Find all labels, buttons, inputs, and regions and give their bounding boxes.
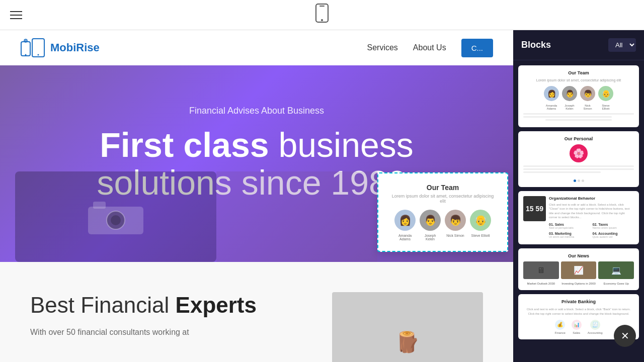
block-team-avatars: 👩 👨 👦 👴 — [523, 86, 634, 101]
block-av-4: 👴 — [598, 86, 613, 101]
block-org-clock: 15 59 — [526, 205, 543, 213]
avatar-1: 👩 — [394, 210, 416, 231]
block-av-2: 👨 — [562, 86, 577, 101]
news-label-2: Investing Options in 2000 — [561, 282, 597, 285]
toolbar — [0, 0, 644, 30]
news-label-3: Economy Goes Up — [598, 282, 634, 285]
member-name-1: Amanda Adams — [394, 234, 416, 241]
news-img-2: 📈 — [561, 261, 597, 279]
news-img-3: 💻 — [598, 261, 634, 279]
block-org-right: Organizational Behavior Click and text t… — [549, 196, 634, 239]
team-names: Amanda Adams Joseph Kelen Nick Simon Ste… — [391, 234, 495, 241]
block-org-behavior[interactable]: 15 59 Organizational Behavior Click and … — [518, 191, 639, 244]
pb-sales-item: 📊 Sales — [572, 320, 582, 334]
svg-rect-3 — [21, 42, 30, 56]
pb-accounting-label: Accounting — [588, 331, 603, 334]
preview-area[interactable]: MobiRise Services About Us C... Financia… — [0, 30, 513, 362]
pb-accounting-item: 🧾 Accounting — [588, 320, 603, 334]
svg-point-6 — [38, 54, 39, 56]
bt-name-2: Joseph Kelen — [562, 104, 577, 110]
nav-cta-button[interactable]: C... — [461, 39, 493, 57]
member-name-4: Steve Elliott — [470, 234, 491, 241]
ob-item-taxes: 02. Taxes Nemo enim ipsam — [593, 223, 634, 230]
bt-name-3: Nick Simon — [580, 104, 595, 110]
svg-point-12 — [111, 215, 121, 225]
panel-title: Blocks — [521, 40, 551, 50]
team-card-floating: Our Team Lorem ipsum dolor sit amet, con… — [377, 172, 508, 252]
panel-blocks[interactable]: Our Team Lorem ipsum dolor sit amet, con… — [513, 60, 644, 362]
avatar-3: 👦 — [445, 210, 466, 231]
bt-name-4: Steve Elliott — [598, 104, 613, 110]
avatar-2: 👨 — [420, 210, 441, 231]
block-news-labels: Market Outlook 2030 Investing Options in… — [523, 282, 634, 285]
block-org-title: Organizational Behavior — [549, 196, 634, 201]
ob-item-accounting: 04. Accounting Quis autem vel — [593, 232, 634, 239]
block-personal-lines — [523, 165, 634, 174]
avatar-4: 👴 — [470, 210, 491, 231]
block-personal-avatar: 🌸 — [570, 144, 588, 162]
team-card-title: Our Team — [391, 184, 495, 192]
team-card-subtitle: Lorem ipsum dolor sit amet, consectetur … — [391, 194, 495, 204]
svg-rect-13 — [93, 202, 106, 209]
content-left: Best Financial Experts With over 50 fina… — [30, 292, 312, 362]
svg-point-4 — [25, 54, 27, 56]
block-team-desc — [523, 113, 634, 121]
panel-filter-dropdown[interactable]: All — [608, 38, 636, 52]
site-nav-links: Services About Us C... — [367, 39, 493, 57]
block-org-image: 15 59 — [523, 196, 546, 221]
content-heading-bold: Experts — [176, 293, 257, 317]
block-team-subtitle: Lorem ipsum dolor sit amet, consectetur … — [523, 78, 634, 82]
block-personal-content: 🌸 — [523, 144, 634, 182]
panel-header: Blocks All — [513, 30, 644, 60]
block-personal-title: Our Personal — [523, 136, 634, 141]
block-news-images: 🖥 📈 💻 — [523, 261, 634, 279]
logo-text: MobiRise — [50, 41, 100, 54]
block-our-personal[interactable]: Our Personal 🌸 — [518, 131, 639, 187]
hero-title-strong: First class — [100, 126, 269, 164]
member-name-3: Nick Simon — [445, 234, 466, 241]
toolbar-left — [10, 11, 22, 19]
dot-3 — [582, 179, 584, 182]
sales-icon: 📊 — [572, 320, 582, 330]
right-panel: Blocks All Our Team Lorem ipsum dolor si… — [513, 30, 644, 362]
nav-about-us[interactable]: About Us — [413, 43, 446, 52]
block-av-3: 👦 — [580, 86, 595, 101]
dot-1 — [574, 179, 576, 182]
content-heading: Best Financial Experts — [30, 292, 312, 319]
block-banking-title: Private Banking — [523, 299, 634, 304]
news-label-1: Market Outlook 2030 — [523, 282, 559, 285]
site-logo: MobiRise — [20, 38, 100, 58]
block-org-content: 15 59 Organizational Behavior Click and … — [523, 196, 634, 239]
phone-icon — [315, 3, 329, 27]
block-our-team[interactable]: Our Team Lorem ipsum dolor sit amet, con… — [518, 65, 639, 127]
news-img-1: 🖥 — [523, 261, 559, 279]
block-org-desc: Click and text to edit or add a block. S… — [549, 203, 634, 220]
pb-sales-label: Sales — [573, 331, 580, 334]
close-button[interactable]: ✕ — [614, 325, 636, 347]
finance-icon: 💰 — [555, 320, 565, 330]
content-paragraph: With over 50 financial consultants worki… — [30, 326, 312, 339]
content-section: Best Financial Experts With over 50 fina… — [0, 262, 513, 362]
pb-finance-item: 💰 Finance — [554, 320, 565, 334]
site-navigation: MobiRise Services About Us C... — [0, 30, 513, 65]
ob-item-marketing: 03. Marketing Ut enim ad minima — [549, 232, 591, 239]
svg-point-1 — [321, 19, 323, 21]
content-image-placeholder: 🪵 — [332, 292, 483, 362]
block-personal-dots — [574, 179, 584, 182]
block-org-grid: 01. Sales Sed ut perspiciatis 02. Taxes … — [549, 223, 634, 240]
block-team-title: Our Team — [523, 70, 634, 75]
main-area: MobiRise Services About Us C... Financia… — [0, 30, 644, 362]
ob-item-sales: 01. Sales Sed ut perspiciatis — [549, 223, 591, 230]
hero-section: Financial Advises About Business First c… — [0, 65, 513, 262]
block-av-1: 👩 — [544, 86, 559, 101]
block-team-names: Amanda Adams Joseph Kelen Nick Simon Ste… — [523, 104, 634, 110]
pb-finance-label: Finance — [554, 331, 565, 334]
hero-subtitle: Financial Advises About Business — [30, 106, 483, 116]
logo-icon — [20, 38, 45, 58]
bt-name-1: Amanda Adams — [544, 104, 559, 110]
team-avatars: 👩 👨 👦 👴 — [391, 210, 495, 231]
member-name-2: Joseph Kelen — [420, 234, 441, 241]
hamburger-menu[interactable] — [10, 11, 22, 19]
nav-services[interactable]: Services — [367, 43, 397, 52]
block-our-news[interactable]: Our News 🖥 📈 💻 Market Outlook 2030 Inves… — [518, 248, 639, 290]
